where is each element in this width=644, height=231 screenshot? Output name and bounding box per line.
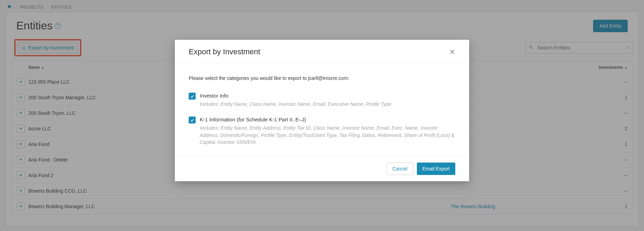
modal-footer: Cancel Email Export: [175, 156, 469, 181]
export-modal: Export by Investment ✕ Please select the…: [175, 40, 469, 181]
modal-body: Please select the categories you would l…: [175, 63, 469, 156]
modal-instruction: Please select the categories you would l…: [189, 75, 455, 81]
option-k1-info: K-1 Information (for Schedule K-1 Part I…: [189, 117, 455, 146]
option-label: Investor Info: [200, 93, 391, 99]
option-desc: Includes: Entity Name, Entity Address, E…: [200, 124, 455, 146]
cancel-button[interactable]: Cancel: [386, 163, 413, 175]
option-desc: Includes: Entity Name, Class Name, Inves…: [200, 101, 391, 108]
option-label: K-1 Information (for Schedule K-1 Part I…: [200, 117, 455, 122]
checkbox-investor-info[interactable]: [189, 93, 196, 100]
modal-header: Export by Investment ✕: [175, 40, 469, 63]
modal-title: Export by Investment: [189, 47, 260, 56]
option-investor-info: Investor Info Includes: Entity Name, Cla…: [189, 93, 455, 108]
checkbox-k1-info[interactable]: [189, 117, 196, 123]
email-export-button[interactable]: Email Export: [417, 163, 455, 175]
modal-overlay: Export by Investment ✕ Please select the…: [0, 0, 644, 231]
close-icon[interactable]: ✕: [449, 48, 455, 56]
